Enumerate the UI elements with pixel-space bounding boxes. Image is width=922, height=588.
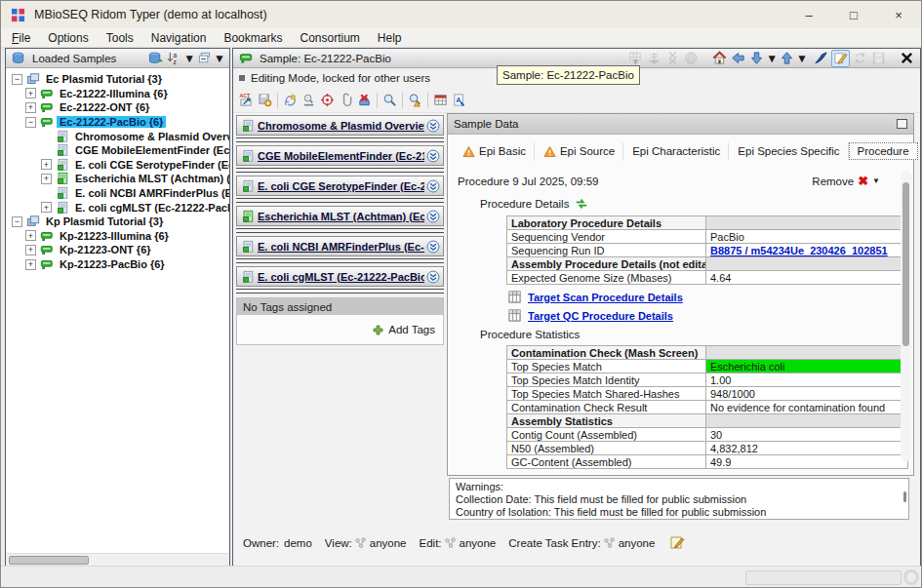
- target-scan-procedure-link[interactable]: Target Scan Procedure Details: [528, 292, 683, 303]
- act-export-icon[interactable]: ACT: [238, 93, 255, 108]
- menu-consortium[interactable]: Consortium: [291, 28, 368, 47]
- task-entry-bar[interactable]: CGE MobileElementFinder (Ec-2122...: [236, 145, 444, 166]
- tree-item[interactable]: E. coli NCBI AMRFinderPlus (Ec-21222: [6, 186, 229, 201]
- sort-az-icon[interactable]: az: [166, 51, 182, 66]
- tree-item[interactable]: +Ec-21222-ONT {6}: [6, 100, 229, 115]
- search-sample-icon[interactable]: [381, 93, 398, 108]
- tab-epi-source[interactable]: Epi Source: [535, 142, 623, 161]
- run-id-link[interactable]: B8875 / m54234Ue_230426_102851: [710, 245, 888, 256]
- nav-previous-icon[interactable]: [730, 51, 746, 66]
- expand-chevron-icon[interactable]: [426, 240, 440, 254]
- delete-procedure-icon[interactable]: [356, 93, 373, 108]
- save-config-icon[interactable]: [257, 93, 273, 108]
- task-entry-link[interactable]: E. coli cgMLST (Ec-21222-PacBio): [258, 271, 424, 283]
- task-entry-bar[interactable]: E. coli NCBI AMRFinderPlus (Ec-2...: [236, 236, 444, 256]
- tab-epi-basic[interactable]: Epi Basic: [454, 142, 535, 161]
- tree-item[interactable]: +Ec-21222-Illumina {6}: [6, 87, 229, 101]
- tree-hscrollbar[interactable]: [6, 553, 229, 566]
- tree-item[interactable]: −Ec-21222-PacBio {6}: [6, 115, 229, 130]
- sample-data-scroll-thumb[interactable]: [902, 182, 909, 346]
- menu-options[interactable]: Options: [39, 28, 97, 47]
- tree-expander-collapsed[interactable]: +: [25, 230, 36, 241]
- target-icon[interactable]: [319, 93, 336, 108]
- tree-expander-collapsed[interactable]: +: [25, 88, 36, 98]
- tree-item[interactable]: +Kp-21223-PacBio {6}: [6, 257, 229, 272]
- add-tags-button[interactable]: Add Tags: [372, 324, 435, 336]
- tab-epi-species-specific[interactable]: Epi Species Specific: [729, 142, 848, 160]
- menu-tools[interactable]: Tools: [98, 28, 142, 47]
- edit-icon[interactable]: [831, 50, 850, 67]
- scan-icon[interactable]: [301, 93, 317, 108]
- remove-procedure-button[interactable]: Remove ✖ ▼: [812, 174, 880, 188]
- tree-expander-collapsed[interactable]: +: [25, 102, 36, 113]
- task-entry-link[interactable]: E. coli NCBI AMRFinderPlus (Ec-2...: [258, 241, 424, 253]
- expand-chevron-icon[interactable]: [426, 210, 440, 223]
- task-icon: [241, 270, 255, 284]
- edit-permissions-button[interactable]: [669, 534, 685, 552]
- tree-expander-collapsed[interactable]: +: [41, 174, 52, 184]
- collapse-all-icon[interactable]: [196, 51, 213, 66]
- save-icon: [870, 51, 887, 66]
- task-entry-link[interactable]: Escherichia MLST (Achtman) (Ec-2...: [258, 211, 424, 222]
- expand-chevron-icon[interactable]: [426, 149, 440, 163]
- sample-data-scrollbar[interactable]: [901, 171, 911, 461]
- warnings-scroll-thumb[interactable]: [903, 491, 906, 502]
- report-icon[interactable]: A: [451, 93, 467, 108]
- task-entry-bar[interactable]: Escherichia MLST (Achtman) (Ec-2...: [236, 206, 444, 226]
- editing-mode-text: Editing Mode, locked for other users: [251, 72, 430, 84]
- expand-chevron-icon[interactable]: [426, 119, 440, 133]
- tree-item[interactable]: CGE MobileElementFinder (Ec-21222-: [6, 143, 229, 158]
- tree-item[interactable]: +Kp-21223-Illumina {6}: [6, 229, 229, 244]
- tree-item[interactable]: +E. coli cgMLST (Ec-21222-PacBio): [6, 200, 229, 215]
- task-entry-link[interactable]: E. coli CGE SerotypeFinder (Ec-2...: [258, 180, 424, 192]
- tree-expander-collapsed[interactable]: +: [25, 259, 36, 270]
- close-icon[interactable]: [899, 51, 915, 66]
- search-warning-icon[interactable]: [407, 93, 423, 108]
- nav-down-icon[interactable]: [748, 51, 765, 66]
- load-samples-icon[interactable]: [147, 51, 164, 66]
- sample-icon: [40, 100, 54, 114]
- create-task-entry-permission: Create Task Entry: anyone: [508, 536, 655, 550]
- panel-maximize-icon[interactable]: [897, 119, 907, 129]
- menu-file[interactable]: File: [3, 28, 39, 47]
- menu-navigation[interactable]: Navigation: [142, 28, 216, 47]
- tree-expander-expanded[interactable]: −: [25, 117, 36, 128]
- tree-hscroll-thumb[interactable]: [9, 556, 89, 565]
- menu-help[interactable]: Help: [369, 28, 411, 47]
- loaded-samples-title: Loaded Samples: [32, 53, 116, 64]
- recreate-icon[interactable]: [282, 93, 299, 108]
- home-icon[interactable]: [711, 51, 728, 66]
- expand-chevron-icon[interactable]: [426, 179, 440, 193]
- task-entry-list: Chromosome & Plasmid Overview (E...CGE M…: [236, 115, 444, 345]
- tree-expander-collapsed[interactable]: +: [41, 202, 52, 213]
- task-entry-link[interactable]: Chromosome & Plasmid Overview (E...: [258, 120, 424, 132]
- nav-up-icon[interactable]: [779, 51, 795, 66]
- tree-expander-collapsed[interactable]: +: [25, 245, 36, 255]
- task-entry-bar[interactable]: E. coli CGE SerotypeFinder (Ec-2...: [236, 176, 444, 196]
- task-entry-bar[interactable]: Chromosome & Plasmid Overview (E...: [236, 115, 444, 136]
- tree-expander-expanded[interactable]: −: [12, 74, 22, 85]
- tree-item[interactable]: Chromosome & Plasmid Overview (Ec: [6, 129, 229, 143]
- maximize-button[interactable]: □: [831, 1, 876, 28]
- tab-procedure[interactable]: Procedure: [849, 142, 918, 160]
- target-qc-procedure-link[interactable]: Target QC Procedure Details: [528, 310, 673, 322]
- attachment-icon[interactable]: [338, 93, 354, 108]
- tree-item[interactable]: +Kp-21223-ONT {6}: [6, 243, 229, 257]
- expand-chevron-icon[interactable]: [426, 270, 440, 284]
- minimize-button[interactable]: –: [786, 1, 831, 28]
- tree-expander-expanded[interactable]: −: [12, 216, 22, 227]
- sign-icon[interactable]: [813, 51, 829, 66]
- result-table-icon[interactable]: [432, 93, 449, 108]
- tree-item[interactable]: −Kp Plasmid Tutorial {3}: [6, 215, 229, 229]
- task-entry-link[interactable]: CGE MobileElementFinder (Ec-2122...: [258, 150, 424, 162]
- tree-item[interactable]: −Ec Plasmid Tutorial {3}: [6, 72, 229, 87]
- tree-item[interactable]: +Escherichia MLST (Achtman) (Ec-212: [6, 172, 229, 186]
- menu-bookmarks[interactable]: Bookmarks: [215, 28, 291, 47]
- tree-item[interactable]: +E. coli CGE SerotypeFinder (Ec-21222: [6, 158, 229, 173]
- task-entry-bar[interactable]: E. coli cgMLST (Ec-21222-PacBio): [236, 266, 444, 287]
- tab-epi-characteristic[interactable]: Epi Characteristic: [623, 142, 729, 160]
- close-button[interactable]: ×: [876, 1, 921, 28]
- tab-results[interactable]: Results: [918, 142, 922, 161]
- tree-expander-collapsed[interactable]: +: [41, 159, 52, 170]
- sample-icon: [40, 115, 54, 129]
